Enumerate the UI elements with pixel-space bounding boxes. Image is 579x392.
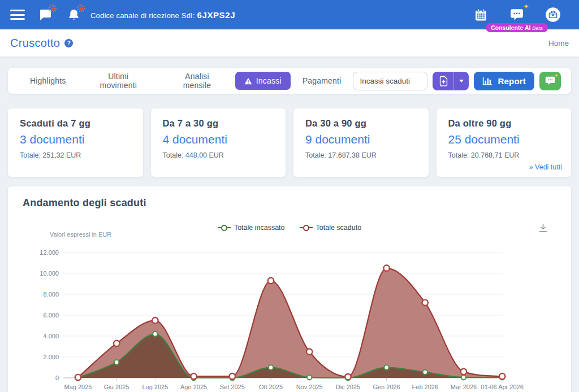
data-point-totale-scaduto[interactable] (114, 341, 119, 346)
workspace-button[interactable] (545, 7, 561, 23)
data-point-totale-scaduto[interactable] (230, 373, 235, 379)
chart-legend: Totale incassatoTotale scaduto (8, 224, 571, 232)
ai-beta-badge: Consulente AI Beta (486, 23, 548, 32)
area-chart: 02.0004.0006.0008.00010.00012.000Mag 202… (8, 243, 571, 392)
breadcrumb-home-link[interactable]: Home (548, 39, 569, 47)
data-point-totale-incassato[interactable] (384, 365, 388, 369)
stat-card-title: Scaduti da 7 gg (20, 118, 131, 129)
stat-card-total: Totale: 17.687,38 EUR (305, 151, 417, 159)
toolbar: Report ✦ (353, 72, 561, 90)
stat-card-count-link[interactable]: 25 documenti (448, 133, 560, 146)
stat-card-title: Da oltre 90 gg (448, 118, 560, 129)
calendar-button[interactable] (473, 7, 489, 23)
stat-card: Scaduti da 7 gg3 documentiTotale: 251,32… (8, 108, 143, 177)
help-icon[interactable]: ? (64, 39, 73, 47)
y-axis-label: 12.000 (40, 249, 59, 256)
legend-marker-icon (300, 225, 313, 231)
stat-card: Da 30 a 90 gg9 documentiTotale: 17.687,3… (293, 108, 429, 177)
chart-card: Andamento degli scaduti Totale incassato… (8, 186, 571, 392)
report-button[interactable]: Report (474, 72, 534, 90)
stat-card-total: Totale: 20.768,71 EUR (448, 151, 560, 159)
y-axis-label: 6.000 (43, 312, 59, 319)
chart-title: Andamento degli scaduti (23, 197, 146, 209)
sdi-channel-code: Codice canale di ricezione SdI: 6JXPS2J (90, 10, 235, 20)
x-axis-label: Lug 2025 (142, 384, 168, 390)
breadcrumb: Cruscotto ? Home (0, 29, 579, 56)
data-point-totale-incassato[interactable] (269, 365, 273, 369)
stat-card-count-link[interactable]: 3 documenti (20, 133, 131, 146)
download-icon (538, 223, 548, 233)
legend-item-totale-scaduto[interactable]: Totale scaduto (300, 224, 362, 232)
briefcase-icon (545, 5, 561, 25)
main-content: HighlightsUltimi movimentiAnalisi mensil… (0, 56, 579, 392)
legend-label: Totale incassato (234, 224, 285, 232)
x-axis-label: Gen 2026 (373, 384, 400, 390)
tab-ultimi-movimenti[interactable]: Ultimi movimenti (77, 72, 159, 90)
data-point-totale-scaduto[interactable] (345, 374, 351, 380)
stat-card-total: Totale: 251,32 EUR (20, 151, 131, 159)
tab-label: Highlights (30, 76, 66, 85)
report-label: Report (498, 76, 526, 86)
x-axis-label: Dic 2025 (336, 384, 360, 390)
data-point-totale-incassato[interactable] (153, 332, 157, 336)
notification-dot-icon (77, 5, 85, 12)
x-axis-label: 01-06 Apr 2026 (481, 384, 524, 390)
tab-highlights[interactable]: Highlights (18, 72, 77, 90)
data-point-totale-scaduto[interactable] (306, 349, 312, 355)
see-all-link[interactable]: » Vedi tutti (529, 163, 562, 171)
chevron-down-icon (459, 80, 464, 82)
data-point-totale-scaduto[interactable] (422, 300, 428, 306)
legend-item-totale-incassato[interactable]: Totale incassato (218, 224, 285, 232)
ai-chat-icon (509, 8, 524, 21)
data-point-totale-scaduto[interactable] (268, 278, 274, 284)
chart-unit-note: Valori espressi in EUR (50, 231, 111, 238)
tab-analisi-mensile[interactable]: Analisi mensile (159, 72, 235, 90)
alerts-button[interactable] (66, 7, 81, 23)
download-chart-button[interactable] (538, 223, 548, 235)
ai-consultant-button[interactable]: ✦ Consulente AI Beta (509, 7, 525, 23)
x-axis-label: Mar 2026 (451, 384, 477, 390)
legend-label: Totale scaduto (316, 224, 362, 232)
x-axis-label: Nov 2025 (296, 384, 323, 390)
stat-card-title: Da 7 a 30 gg (163, 118, 274, 129)
data-point-totale-scaduto[interactable] (461, 369, 466, 374)
sparkle-icon: ✦ (523, 3, 529, 10)
top-header: Codice canale di ricezione SdI: 6JXPS2J … (0, 0, 579, 29)
stat-card-count-link[interactable]: 4 documenti (163, 133, 274, 146)
data-point-totale-scaduto[interactable] (75, 374, 81, 380)
stat-card-title: Da 30 a 90 gg (305, 118, 417, 129)
tab-label: Ultimi movimenti (89, 72, 147, 90)
data-point-totale-incassato[interactable] (461, 375, 466, 380)
split-caret[interactable] (453, 72, 469, 90)
stat-card-count-link[interactable]: 9 documenti (305, 133, 417, 146)
stat-cards: Scaduti da 7 gg3 documentiTotale: 251,32… (8, 108, 571, 177)
data-point-totale-scaduto[interactable] (152, 317, 158, 323)
new-document-split-button[interactable] (433, 72, 469, 90)
page-title: Cruscotto (10, 37, 60, 50)
calendar-icon (474, 8, 488, 22)
data-point-totale-incassato[interactable] (423, 370, 427, 374)
assistant-chat-button[interactable]: ✦ (539, 72, 561, 90)
x-axis-label: Feb 2026 (412, 384, 438, 390)
tab-label: Analisi mensile (171, 72, 223, 90)
tab-pagamenti[interactable]: Pagamenti (291, 72, 353, 90)
data-point-totale-scaduto[interactable] (191, 373, 196, 379)
tab-label: Pagamenti (303, 76, 342, 85)
file-plus-icon[interactable] (433, 76, 453, 86)
tab-incassi[interactable]: Incassi (235, 72, 291, 90)
data-point-totale-incassato[interactable] (114, 360, 119, 364)
sparkle-icon: ✦ (554, 73, 559, 79)
sdi-label: Codice canale di ricezione SdI: (90, 11, 195, 20)
messages-button[interactable] (37, 7, 53, 23)
stat-card: Da 7 a 30 gg4 documentiTotale: 448,00 EU… (151, 108, 286, 177)
filter-select[interactable] (353, 72, 427, 90)
x-axis-label: Ago 2025 (180, 384, 207, 390)
x-axis-label: Ott 2025 (259, 384, 283, 390)
data-point-totale-incassato[interactable] (307, 375, 312, 380)
menu-icon[interactable] (10, 10, 25, 20)
y-axis-label: 10.000 (40, 270, 59, 277)
data-point-totale-scaduto[interactable] (499, 373, 505, 379)
data-point-totale-scaduto[interactable] (383, 265, 389, 271)
stat-card-total: Totale: 448,00 EUR (163, 151, 274, 159)
y-axis-label: 0 (55, 374, 59, 381)
